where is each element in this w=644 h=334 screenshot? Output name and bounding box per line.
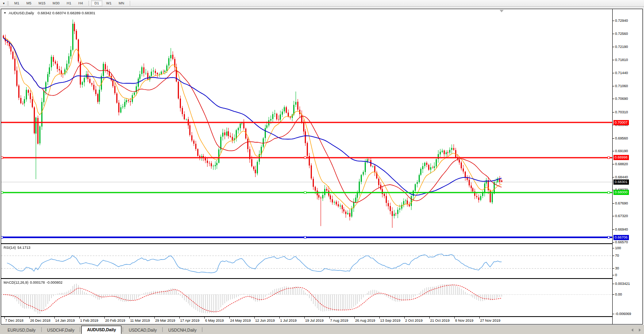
rsi-axis-label: 100 bbox=[615, 246, 621, 250]
date-axis-tick bbox=[229, 317, 230, 319]
date-axis-tick bbox=[154, 317, 155, 319]
date-axis-tick bbox=[54, 317, 55, 319]
timeframe-button-m5[interactable]: M5 bbox=[23, 0, 35, 6]
date-axis-label: 8 Nov 2019 bbox=[455, 319, 473, 323]
price-axis-label: 0.70310 bbox=[615, 110, 628, 114]
date-axis-label: 1 Feb 2019 bbox=[80, 319, 98, 323]
price-chart-canvas[interactable] bbox=[1, 9, 612, 317]
price-axis-label: 0.66570 bbox=[615, 240, 628, 244]
tab-separator bbox=[123, 327, 123, 332]
date-axis: 7 Dec 201826 Dec 201814 Jan 20191 Feb 20… bbox=[1, 317, 612, 324]
price-axis-tick bbox=[613, 138, 614, 139]
price-axis: 0.729400.725600.721900.718100.714400.710… bbox=[612, 9, 642, 324]
price-line-badge: 0.68000 bbox=[613, 190, 629, 195]
date-axis-tick bbox=[29, 317, 30, 319]
price-axis-tick bbox=[613, 60, 614, 60]
date-axis-tick bbox=[4, 317, 5, 319]
chart-window: ▼ AUDUSD,Daily 0.68342 0.68374 0.68289 0… bbox=[1, 9, 643, 324]
price-axis-tick bbox=[613, 112, 614, 113]
rsi-axis-tick bbox=[613, 256, 614, 256]
toolbar-separator bbox=[88, 1, 89, 6]
price-axis-label: 0.72940 bbox=[615, 19, 628, 23]
date-axis-tick bbox=[429, 317, 430, 319]
date-axis-label: 17 Apr 2019 bbox=[180, 319, 200, 323]
date-axis-label: 1 Jul 2019 bbox=[280, 319, 297, 323]
rsi-name: RSI(14) bbox=[4, 246, 16, 250]
price-axis-label: 0.71440 bbox=[615, 71, 628, 75]
chart-ohlc-values: 0.68342 0.68374 0.68289 0.68301 bbox=[38, 11, 95, 15]
date-axis-label: 7 Aug 2019 bbox=[330, 319, 348, 323]
date-axis-label: 20 Feb 2019 bbox=[105, 319, 125, 323]
macd-axis-label: 0.00 bbox=[615, 292, 622, 296]
tab-separator bbox=[162, 327, 163, 332]
trading-terminal: ▼ M1M5M15M30H1H4D1W1MN ▼ AUDUSD,Daily 0.… bbox=[0, 0, 644, 334]
date-axis-tick bbox=[79, 317, 80, 319]
tab-usdcad-daily[interactable]: USDCAD,Daily bbox=[124, 326, 161, 334]
tab-scroll-right-button[interactable] bbox=[639, 328, 641, 332]
timeframe-button-m15[interactable]: M15 bbox=[35, 0, 49, 6]
price-axis-tick bbox=[613, 177, 614, 177]
date-axis-tick bbox=[329, 317, 330, 319]
date-axis-label: 7 Dec 2018 bbox=[5, 319, 23, 323]
tab-usdchf-daily[interactable]: USDCHF,Daily bbox=[43, 326, 79, 334]
date-axis-label: 26 Aug 2019 bbox=[355, 319, 375, 323]
macd-axis-label: 0.003421 bbox=[615, 282, 630, 286]
timeframe-button-m1[interactable]: M1 bbox=[11, 0, 23, 6]
tab-usdcnh-daily[interactable]: USDCNH,Daily bbox=[164, 326, 201, 334]
timeframe-button-h1[interactable]: H1 bbox=[63, 0, 75, 6]
macd-axis-tick bbox=[613, 284, 614, 284]
price-axis-label: 0.69190 bbox=[615, 149, 628, 153]
rsi-indicator-label: RSI(14)54.1713 bbox=[4, 246, 32, 250]
rsi-axis-label: 0 bbox=[615, 273, 617, 277]
macd-axis-label: -0.006069 bbox=[615, 312, 631, 316]
chart-collapse-icon[interactable]: ▼ bbox=[4, 11, 6, 14]
price-axis-tick bbox=[613, 229, 614, 230]
price-axis-tick bbox=[613, 47, 614, 47]
tab-eurusd-daily[interactable]: EURUSD,Daily bbox=[3, 326, 40, 334]
macd-value: 0.000178 bbox=[30, 281, 45, 284]
date-axis-tick bbox=[354, 317, 355, 319]
date-axis-tick bbox=[179, 317, 180, 319]
price-axis-tick bbox=[613, 86, 614, 86]
price-axis-label: 0.68440 bbox=[615, 175, 628, 179]
timeframe-button-mn[interactable]: MN bbox=[115, 0, 127, 6]
price-axis-label: 0.69560 bbox=[615, 136, 628, 140]
date-axis-tick bbox=[129, 317, 130, 319]
price-axis-tick bbox=[613, 99, 614, 99]
price-axis-tick bbox=[613, 151, 614, 151]
date-axis-label: 11 Mar 2019 bbox=[130, 319, 150, 323]
chart-symbol-title: AUDUSD,Daily bbox=[9, 11, 34, 15]
date-axis-label: 26 Dec 2018 bbox=[30, 319, 50, 323]
macd-axis-tick bbox=[613, 294, 614, 295]
date-axis-tick bbox=[204, 317, 205, 319]
price-axis-label: 0.70690 bbox=[615, 97, 628, 101]
rsi-axis-label: 30 bbox=[615, 266, 619, 270]
rsi-value: 54.1713 bbox=[17, 246, 31, 250]
tab-audusd-daily[interactable]: AUDUSD,Daily bbox=[81, 326, 121, 334]
price-axis-tick bbox=[613, 216, 614, 216]
date-axis-label: 13 Sep 2019 bbox=[380, 319, 400, 323]
rsi-axis-tick bbox=[613, 275, 614, 275]
macd-name: MACD(12,26,9) bbox=[4, 281, 29, 284]
date-axis-label: 29 Mar 2019 bbox=[155, 319, 175, 323]
price-axis-tick bbox=[613, 21, 614, 21]
chart-header: ▼ AUDUSD,Daily 0.68342 0.68374 0.68289 0… bbox=[4, 11, 95, 15]
timeframe-button-m30[interactable]: M30 bbox=[50, 0, 63, 6]
tab-separator bbox=[80, 327, 80, 332]
rsi-axis-tick bbox=[613, 248, 614, 248]
price-axis-label: 0.72560 bbox=[615, 32, 628, 36]
price-axis-label: 0.72190 bbox=[615, 45, 628, 49]
date-axis-label: 19 Jul 2019 bbox=[305, 319, 324, 323]
date-axis-tick bbox=[279, 317, 280, 319]
date-axis-tick bbox=[454, 317, 455, 319]
timeframe-button-w1[interactable]: W1 bbox=[103, 0, 115, 6]
timeframe-button-d1[interactable]: D1 bbox=[91, 0, 102, 6]
tab-scroll-left-button[interactable] bbox=[631, 328, 633, 332]
rsi-axis-label: 70 bbox=[615, 254, 619, 258]
rsi-axis-tick bbox=[613, 268, 614, 269]
toolbar-dropdown-icon[interactable]: ▼ bbox=[1, 2, 6, 5]
toolbar-grip-handle[interactable] bbox=[7, 1, 9, 6]
timeframe-button-h4[interactable]: H4 bbox=[75, 0, 87, 6]
date-axis-tick bbox=[254, 317, 255, 319]
price-axis-label: 0.71060 bbox=[615, 84, 628, 88]
